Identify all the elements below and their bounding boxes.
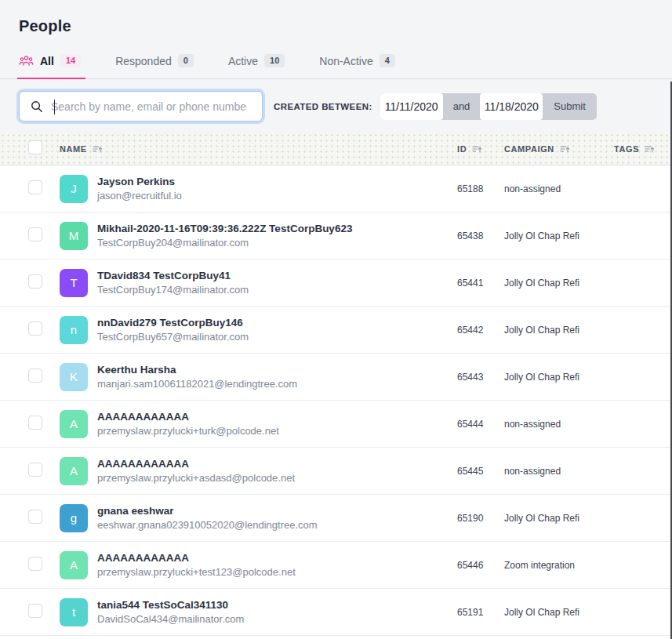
table-header: NAME ID CAMPAIGN TAGS xyxy=(0,133,672,165)
table-row[interactable]: K Keerthu Harsha manjari.sam10061182021@… xyxy=(0,354,672,401)
person-name: gnana eeshwar xyxy=(97,505,318,517)
avatar: J xyxy=(60,175,88,203)
person-name: AAAAAAAAAAAA xyxy=(97,411,279,423)
table-row[interactable]: T TDavid834 TestCorpBuy41 TestCorpBuy174… xyxy=(0,260,672,307)
person-id: 65188 xyxy=(457,183,504,194)
row-checkbox[interactable] xyxy=(28,604,42,618)
person-campaign: Jolly Ol Chap Refi xyxy=(504,372,614,383)
tab-all[interactable]: All 14 xyxy=(19,54,81,67)
row-checkbox[interactable] xyxy=(28,416,42,430)
people-group-icon xyxy=(19,55,34,67)
person-id: 65444 xyxy=(457,419,504,430)
date-from-input[interactable] xyxy=(380,93,443,120)
search-box[interactable] xyxy=(19,91,263,122)
column-label: NAME xyxy=(60,144,87,154)
row-checkbox[interactable] xyxy=(28,274,42,289)
person-campaign: Jolly Ol Chap Refi xyxy=(504,513,614,524)
sort-icon xyxy=(645,144,655,154)
person-email: przemyslaw.przylucki+turk@polcode.net xyxy=(97,425,279,437)
text-caret xyxy=(54,100,55,114)
person-email: manjari.sam10061182021@lendingtree.com xyxy=(97,378,297,390)
person-id: 65190 xyxy=(457,513,504,524)
person-id: 65191 xyxy=(457,607,504,618)
table-row[interactable]: t tania544 TestSoCal341130 DavidSoCal434… xyxy=(0,589,672,636)
person-campaign: Jolly Ol Chap Refi xyxy=(504,607,614,618)
person-campaign: non-assigned xyxy=(504,183,614,194)
table-row[interactable]: A AAAAAAAAAAAA przemyslaw.przylucki+test… xyxy=(0,542,672,589)
avatar: n xyxy=(60,316,88,344)
date-range-group: and Submit xyxy=(380,93,597,120)
avatar: M xyxy=(60,222,88,250)
person-name: Keerthu Harsha xyxy=(97,364,297,376)
column-label: CAMPAIGN xyxy=(504,144,554,154)
row-checkbox[interactable] xyxy=(28,510,42,524)
column-label: TAGS xyxy=(614,144,639,154)
search-input[interactable] xyxy=(51,100,247,113)
person-name: tania544 TestSoCal341130 xyxy=(97,599,244,611)
person-campaign: Jolly Ol Chap Refi xyxy=(504,278,614,289)
tabs-bar: All 14 Responded 0 Active 10 Non-Active … xyxy=(0,54,672,79)
tab-label: All xyxy=(40,55,54,67)
table-body: J Jayson Perkins jason@recruitful.io 651… xyxy=(0,165,672,636)
sort-icon xyxy=(472,144,482,154)
tab-label: Active xyxy=(228,55,258,67)
row-checkbox[interactable] xyxy=(28,321,42,336)
person-id: 65443 xyxy=(457,372,504,383)
row-checkbox[interactable] xyxy=(28,180,42,194)
table-row[interactable]: J Jayson Perkins jason@recruitful.io 651… xyxy=(0,165,672,212)
person-name: Mikhail-2020-11-16T09:39:36.222Z TestCor… xyxy=(97,223,352,234)
column-header-id[interactable]: ID xyxy=(457,144,504,154)
avatar: A xyxy=(60,457,88,485)
tab-label: Responded xyxy=(115,55,172,67)
person-id: 65442 xyxy=(457,325,504,336)
row-checkbox[interactable] xyxy=(28,227,42,241)
avatar: T xyxy=(60,269,88,297)
avatar: t xyxy=(60,598,88,626)
person-campaign: non-assigned xyxy=(504,419,614,430)
tab-label: Non-Active xyxy=(319,55,372,67)
select-all-checkbox[interactable] xyxy=(28,140,42,154)
table-row[interactable]: A AAAAAAAAAAAA przemyslaw.przylucki+turk… xyxy=(0,401,672,448)
person-id: 65446 xyxy=(457,560,504,571)
tab-responded[interactable]: Responded 0 xyxy=(115,54,194,67)
page-title: People xyxy=(0,0,672,35)
people-table: NAME ID CAMPAIGN TAGS J Jayson Perkins j… xyxy=(0,133,672,636)
table-row[interactable]: g gnana eeshwar eeshwar.gnana02391005202… xyxy=(0,495,672,542)
row-checkbox[interactable] xyxy=(28,369,42,383)
table-row[interactable]: n nnDavid279 TestCorpBuy146 TestCorpBuy6… xyxy=(0,307,672,354)
column-header-name[interactable]: NAME xyxy=(60,144,457,154)
avatar: A xyxy=(60,410,88,438)
column-header-tags[interactable]: TAGS xyxy=(614,144,672,154)
person-email: eeshwar.gnana023910052020@lendingtree.co… xyxy=(97,519,318,531)
avatar: g xyxy=(60,504,88,532)
person-name: AAAAAAAAAAAA xyxy=(97,458,295,470)
person-name: Jayson Perkins xyxy=(97,176,182,187)
person-email: TestCorpBuy657@mailinator.com xyxy=(97,331,249,343)
tab-active[interactable]: Active 10 xyxy=(228,54,285,67)
person-email: jason@recruitful.io xyxy=(97,190,182,202)
person-campaign: Zoom integration xyxy=(504,560,614,571)
tab-non-active[interactable]: Non-Active 4 xyxy=(319,54,395,67)
created-between-label: CREATED BETWEEN: xyxy=(274,102,372,111)
table-row[interactable]: M Mikhail-2020-11-16T09:39:36.222Z TestC… xyxy=(0,212,672,260)
person-email: TestCorpBuy204@mailinator.com xyxy=(97,237,352,249)
person-name: TDavid834 TestCorpBuy41 xyxy=(97,270,249,281)
person-id: 65441 xyxy=(457,278,504,289)
table-row[interactable]: A AAAAAAAAAAAA przemyslaw.przylucki+asda… xyxy=(0,448,672,495)
person-email: DavidSoCal434@mailinator.com xyxy=(97,613,244,625)
person-name: nnDavid279 TestCorpBuy146 xyxy=(97,317,249,329)
tab-count-badge: 14 xyxy=(60,54,81,67)
date-to-input[interactable] xyxy=(480,93,543,120)
person-id: 65438 xyxy=(457,231,504,241)
column-header-campaign[interactable]: CAMPAIGN xyxy=(504,144,614,154)
search-icon xyxy=(31,100,43,116)
column-label: ID xyxy=(457,144,467,154)
tab-count-badge: 10 xyxy=(264,54,285,67)
tab-count-badge: 4 xyxy=(380,54,395,67)
person-email: przemyslaw.przylucki+asdasd@polcode.net xyxy=(97,472,295,484)
person-campaign: Jolly Ol Chap Refi xyxy=(504,231,614,241)
submit-button[interactable]: Submit xyxy=(543,93,596,120)
row-checkbox[interactable] xyxy=(28,557,42,571)
filter-bar: CREATED BETWEEN: and Submit xyxy=(0,79,672,133)
row-checkbox[interactable] xyxy=(28,463,42,477)
